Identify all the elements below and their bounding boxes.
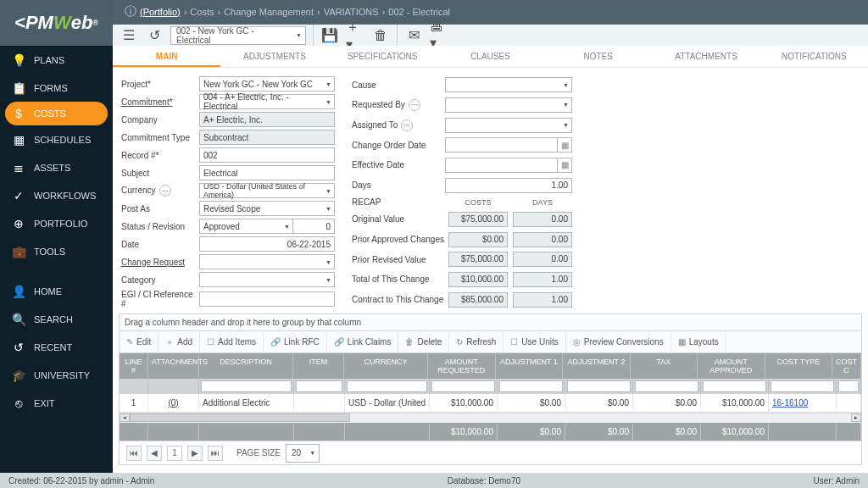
filter-adj2[interactable] [567, 380, 631, 392]
tab-notifications[interactable]: NOTIFICATIONS [760, 46, 868, 67]
tab-clauses[interactable]: CLAUSES [437, 46, 544, 67]
scroll-right-icon[interactable]: ▸ [851, 413, 861, 422]
sidebar-item-recent[interactable]: ↺RECENT [0, 333, 113, 361]
add-button[interactable]: ＋Add [159, 331, 200, 353]
col-tax[interactable]: TAX [631, 353, 698, 379]
scroll-left-icon[interactable]: ◂ [120, 413, 130, 422]
col-item[interactable]: ITEM [293, 353, 344, 379]
last-page-button[interactable]: ⏭ [208, 446, 223, 461]
col-adj2[interactable]: ADJUSTMENT 2 [563, 353, 631, 379]
category-select[interactable] [199, 272, 335, 287]
filter-amtapp[interactable] [703, 380, 766, 392]
egi-input[interactable] [199, 291, 335, 307]
record-input[interactable] [199, 147, 335, 163]
delete-button[interactable]: 🗑Delete [398, 331, 449, 353]
current-page[interactable]: 1 [167, 446, 182, 461]
col-amtreq[interactable]: AMOUNT REQUESTED [428, 353, 496, 379]
cell-att[interactable]: (0) [148, 394, 199, 412]
filter-cur[interactable] [347, 380, 427, 392]
mail-icon[interactable]: ✉ [404, 26, 423, 45]
save-icon[interactable]: 💾 [320, 26, 339, 45]
filter-adj1[interactable] [499, 380, 563, 392]
cr-select[interactable] [199, 254, 335, 269]
scroll-thumb[interactable] [130, 413, 350, 422]
breadcrumb-link[interactable]: (Portfolio) [140, 7, 181, 17]
link-claims-button[interactable]: 🔗Link Claims [327, 331, 399, 353]
sidebar-item-search[interactable]: 🔍SEARCH [0, 305, 113, 333]
print-icon[interactable]: 🖶▾ [430, 26, 448, 45]
calendar-icon[interactable]: ▦ [557, 158, 572, 173]
tab-notes[interactable]: NOTES [544, 46, 652, 67]
next-page-button[interactable]: ▶ [187, 446, 203, 461]
add-items-button[interactable]: ☐Add Items [200, 331, 264, 353]
col-att[interactable]: ATTACHMENTS [148, 353, 199, 379]
refresh-button[interactable]: ↻Refresh [449, 331, 504, 353]
h-scrollbar[interactable]: ◂ ▸ [120, 413, 861, 423]
col-amtapp[interactable]: AMOUNT APPROVED [698, 353, 765, 379]
filter-cc[interactable] [838, 380, 859, 392]
col-cur[interactable]: CURRENCY [344, 353, 428, 379]
record-selector[interactable]: 002 - New York GC - Electrical [170, 26, 306, 45]
sidebar-item-schedules[interactable]: ▦SCHEDULES [0, 125, 113, 153]
tab-main[interactable]: MAIN [113, 46, 220, 67]
cause-select[interactable] [445, 77, 572, 92]
sidebar-item-plans[interactable]: 💡PLANS [0, 46, 113, 74]
currency-dots-icon[interactable]: ⋯ [159, 185, 171, 197]
tab-attachments[interactable]: ATTACHMENTS [652, 46, 760, 67]
table-row[interactable]: 1 (0) Additional Electric USD - Dollar (… [120, 394, 861, 413]
co-date-input[interactable] [445, 137, 557, 152]
date-input[interactable] [199, 236, 335, 252]
edit-button[interactable]: ✎Edit [120, 331, 159, 353]
eff-date-input[interactable] [445, 158, 557, 173]
sidebar-item-assets[interactable]: ≣ASSETS [0, 153, 113, 181]
cell-ct[interactable]: 16-16100 [769, 394, 837, 412]
reqby-select[interactable] [445, 97, 572, 113]
delete-icon[interactable]: 🗑 [371, 26, 390, 45]
bc-item[interactable]: VARIATIONS [324, 7, 379, 17]
assigned-select[interactable] [445, 118, 572, 133]
tab-specifications[interactable]: SPECIFICATIONS [329, 46, 437, 67]
sidebar-item-costs[interactable]: $COSTS [5, 102, 108, 125]
currency-select[interactable]: USD - Dollar (United States of America) [199, 183, 335, 198]
status-select[interactable]: Approved [199, 219, 292, 234]
bc-item[interactable]: Costs [190, 7, 214, 17]
filter-item[interactable] [296, 380, 342, 392]
reqby-dots-icon[interactable]: ⋯ [409, 99, 420, 111]
sidebar-item-workflows[interactable]: ✓WORKFLOWS [0, 181, 113, 209]
prev-page-button[interactable]: ◀ [147, 446, 162, 461]
project-select[interactable]: New York GC - New York GC [199, 76, 335, 92]
filter-amtreq[interactable] [431, 380, 495, 392]
filter-desc[interactable] [201, 380, 292, 392]
postas-select[interactable]: Revised Scope [199, 201, 335, 216]
sidebar-item-university[interactable]: 🎓UNIVERSITY [0, 361, 113, 389]
assigned-dots-icon[interactable]: ⋯ [401, 119, 413, 131]
sidebar-item-tools[interactable]: 💼TOOLS [0, 237, 113, 265]
first-page-button[interactable]: ⏮ [126, 446, 142, 461]
group-bar[interactable]: Drag a column header and drop it here to… [120, 314, 861, 331]
filter-tax[interactable] [635, 380, 698, 392]
use-units-check[interactable]: ☐Use Units [504, 331, 565, 353]
col-costc[interactable]: COST C [832, 353, 861, 379]
col-adj1[interactable]: ADJUSTMENT 1 [496, 353, 564, 379]
history-icon[interactable]: ↺ [145, 26, 164, 45]
add-icon[interactable]: ＋▾ [346, 26, 364, 45]
link-rfc-button[interactable]: 🔗Link RFC [264, 331, 327, 353]
info-icon[interactable]: ⓘ [121, 4, 140, 19]
col-desc[interactable]: DESCRIPTION [199, 353, 293, 379]
calendar-icon[interactable]: ▦ [557, 137, 572, 152]
sidebar-item-portfolio[interactable]: ⊕PORTFOLIO [0, 209, 113, 237]
sidebar-item-exit[interactable]: ⎋EXIT [0, 389, 113, 417]
page-size-select[interactable]: 20 [286, 444, 320, 463]
sidebar-item-forms[interactable]: 📋FORMS [0, 74, 113, 102]
bc-item[interactable]: Change Management [224, 7, 314, 17]
revision-input[interactable] [292, 219, 335, 234]
col-costtype[interactable]: COST TYPE [765, 353, 833, 379]
commitment-select[interactable]: 004 - A+ Electric, Inc. - Electrical [199, 94, 335, 109]
subject-input[interactable] [199, 165, 335, 180]
sidebar-item-home[interactable]: 👤HOME [0, 277, 113, 305]
col-line[interactable]: LINE # [120, 353, 148, 379]
layouts-button[interactable]: ▦Layouts [671, 331, 726, 353]
days-input[interactable] [445, 178, 572, 193]
filter-ct[interactable] [771, 380, 834, 392]
list-icon[interactable]: ☰ [120, 26, 138, 45]
